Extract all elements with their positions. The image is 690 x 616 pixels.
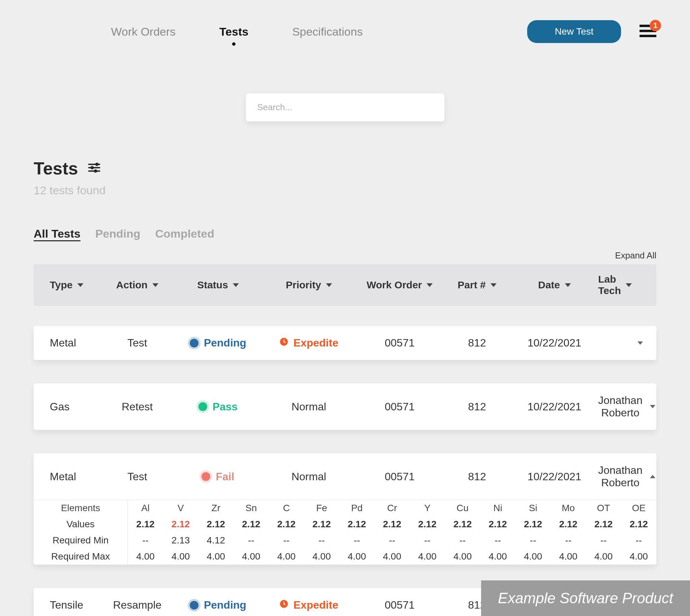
detail-cell: 2.12 [480, 516, 516, 532]
caret-down-icon [490, 283, 497, 287]
detail-cell: 2.12 [410, 516, 445, 532]
detail-cell: 2.12 [586, 516, 621, 532]
detail-cell: 4.00 [586, 548, 621, 565]
detail-cell: Sn [233, 500, 269, 516]
expand-toggle[interactable] [630, 342, 650, 345]
detail-cell: 2.12 [621, 516, 656, 532]
col-action[interactable]: Action [100, 279, 174, 291]
priority-cell: Normal [262, 470, 356, 483]
detail-cell: 4.00 [410, 548, 445, 565]
detail-cell: 4.00 [445, 548, 480, 565]
caret-down-icon [77, 283, 83, 287]
detail-cell: V [163, 500, 198, 516]
col-work-order[interactable]: Work Order [356, 279, 443, 291]
work-order-cell: 00571 [356, 337, 443, 349]
top-tabs: Work Orders Tests Specifications [111, 25, 363, 38]
detail-cell: 2.12 [304, 516, 339, 532]
search-box[interactable] [246, 93, 444, 121]
caret-down-icon [326, 283, 332, 287]
svg-point-4 [91, 167, 93, 169]
detail-cell: -- [516, 532, 551, 548]
clock-icon [279, 599, 289, 611]
part-cell: 812 [443, 401, 511, 413]
detail-cell: 2.12 [516, 516, 551, 532]
part-cell: 812 [443, 337, 511, 349]
detail-cell: 4.00 [374, 548, 410, 565]
detail-cell: Cr [374, 500, 410, 516]
caret-down-icon [565, 283, 571, 287]
detail-cell: Pd [339, 500, 374, 516]
detail-cell: Zr [198, 500, 233, 516]
col-part[interactable]: Part # [443, 279, 511, 291]
test-card: MetalTestFailNormal0057181210/22/2021Jon… [34, 453, 656, 565]
detail-cell: -- [339, 532, 374, 548]
caret-down-icon [626, 283, 632, 287]
col-lab-tech[interactable]: Lab Tech [598, 273, 632, 296]
type-cell: Tensile [40, 599, 100, 611]
topbar: Work Orders Tests Specifications New Tes… [0, 0, 690, 53]
tab-work-orders[interactable]: Work Orders [111, 25, 175, 38]
filter-tab-all[interactable]: All Tests [34, 227, 80, 240]
clock-icon [279, 337, 289, 349]
detail-cell: 2.12 [163, 516, 198, 532]
status-dot-icon [190, 601, 198, 610]
status-cell: Fail [174, 470, 262, 483]
priority-cell: Normal [262, 401, 356, 413]
detail-cell: 4.00 [304, 548, 339, 565]
col-priority[interactable]: Priority [262, 279, 356, 291]
svg-point-3 [96, 163, 98, 166]
detail-cell: Y [410, 500, 445, 516]
new-test-button[interactable]: New Test [527, 20, 621, 43]
detail-cell: 4.00 [339, 548, 374, 565]
detail-cell: 2.13 [163, 532, 198, 548]
detail-cell: -- [233, 532, 269, 548]
detail-cell: C [269, 500, 304, 516]
work-order-cell: 00571 [356, 470, 443, 483]
type-cell: Metal [40, 470, 100, 483]
filter-tab-pending[interactable]: Pending [95, 227, 140, 240]
type-cell: Gas [40, 401, 100, 413]
detail-panel: ElementsAlVZrSnCFePdCrYCuNiSiMoOTOEValue… [34, 500, 656, 565]
detail-cell: -- [551, 532, 586, 548]
action-cell: Test [100, 470, 174, 483]
status-dot-icon [190, 339, 198, 348]
expand-all-button[interactable]: Expand All [34, 250, 656, 261]
type-cell: Metal [40, 337, 100, 349]
action-cell: Resample [100, 599, 174, 611]
priority-cell: Expedite [262, 337, 356, 349]
status-cell: Pending [174, 337, 262, 349]
work-order-cell: 00571 [356, 401, 443, 413]
expand-toggle[interactable] [643, 475, 663, 478]
filter-button[interactable] [87, 161, 101, 176]
col-status[interactable]: Status [174, 279, 262, 291]
hamburger-icon [640, 32, 656, 38]
detail-row-label: Values [34, 516, 128, 532]
page-title: Tests [34, 158, 78, 178]
filter-tab-completed[interactable]: Completed [155, 227, 214, 240]
filter-tabs: All Tests Pending Completed [34, 227, 656, 240]
expand-toggle[interactable] [643, 405, 663, 408]
search-input[interactable] [257, 102, 433, 113]
detail-cell: Si [516, 500, 551, 516]
table-row[interactable]: MetalTestPendingExpedite0057181210/22/20… [34, 326, 656, 360]
table-row[interactable]: GasRetestPassNormal0057181210/22/2021Jon… [34, 383, 656, 430]
date-cell: 10/22/2021 [511, 337, 598, 349]
col-date[interactable]: Date [511, 279, 598, 291]
detail-cell: -- [480, 532, 516, 548]
col-type[interactable]: Type [40, 279, 100, 291]
tab-specifications[interactable]: Specifications [292, 25, 363, 38]
notification-badge: 1 [650, 20, 661, 31]
detail-row-label: Required Min [34, 532, 128, 548]
detail-cell: 4.12 [198, 532, 233, 548]
detail-cell: -- [586, 532, 621, 548]
detail-cell: -- [621, 532, 656, 548]
status-dot-icon [198, 402, 207, 411]
detail-cell: 2.12 [551, 516, 586, 532]
detail-cell: 2.12 [445, 516, 480, 532]
detail-cell: 2.12 [339, 516, 374, 532]
detail-cell: 4.00 [233, 548, 269, 565]
tab-tests[interactable]: Tests [219, 25, 248, 38]
menu-button[interactable]: 1 [640, 24, 656, 39]
detail-cell: 2.12 [128, 516, 163, 532]
table-row[interactable]: MetalTestFailNormal0057181210/22/2021Jon… [34, 453, 656, 500]
